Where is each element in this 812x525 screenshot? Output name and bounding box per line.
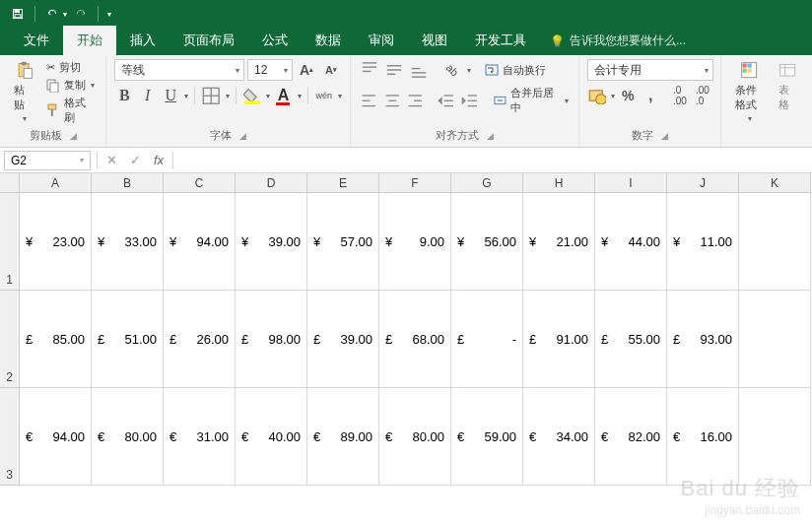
conditional-format-button[interactable]: 条件格式▾ [729,59,770,125]
align-bottom-icon[interactable] [408,59,430,81]
cell-E1[interactable]: ¥57.00 [307,193,379,291]
col-header-A[interactable]: A [20,173,92,193]
cell-H3[interactable]: €34.00 [523,388,595,486]
cell-H1[interactable]: ¥21.00 [523,193,595,291]
align-top-icon[interactable] [359,59,380,81]
tab-file[interactable]: 文件 [10,26,63,55]
table-format-button[interactable]: 表格 [773,59,804,114]
decrease-font-icon[interactable]: A▾ [320,59,342,81]
paste-button[interactable]: 粘贴▾ [8,59,41,125]
cell-I1[interactable]: ¥44.00 [595,193,667,291]
underline-button[interactable]: U [161,85,180,106]
col-header-D[interactable]: D [236,173,307,193]
col-header-K[interactable]: K [739,173,811,193]
wrap-text-button[interactable]: 自动换行 [483,62,548,79]
align-left-icon[interactable] [359,90,379,111]
col-header-H[interactable]: H [523,173,595,193]
cell-B2[interactable]: £51.00 [92,291,164,388]
orientation-button[interactable]: ab [441,59,463,81]
cell-A1[interactable]: ¥23.00 [20,193,92,291]
font-size-select[interactable]: 12 [247,59,293,81]
tab-formulas[interactable]: 公式 [248,26,302,55]
align-middle-icon[interactable] [383,59,405,81]
dialog-launcher-icon[interactable]: ◢ [487,131,494,141]
decrease-decimal-icon[interactable]: .00.0 [693,85,712,106]
fill-color-button[interactable] [242,85,262,106]
col-header-C[interactable]: C [164,173,236,193]
confirm-icon[interactable]: ✓ [123,153,147,167]
tab-review[interactable]: 审阅 [355,26,408,55]
col-header-F[interactable]: F [379,173,451,193]
select-all-corner[interactable] [0,173,20,193]
redo-icon[interactable] [69,3,93,25]
percent-icon[interactable]: % [618,85,638,106]
copy-button[interactable]: 复制▾ [44,77,98,94]
cell-D1[interactable]: ¥39.00 [236,193,307,291]
align-right-icon[interactable] [405,90,426,111]
undo-icon[interactable] [40,3,64,25]
col-header-I[interactable]: I [595,173,667,193]
cell-E2[interactable]: £39.00 [307,291,379,388]
cell-E3[interactable]: €89.00 [307,388,379,486]
tab-dev[interactable]: 开发工具 [461,26,540,55]
cell-K1[interactable] [739,193,811,291]
cell-I2[interactable]: £55.00 [595,291,667,388]
col-header-B[interactable]: B [92,173,164,193]
bold-button[interactable]: B [114,85,134,106]
row-header-2[interactable]: 2 [0,291,20,388]
cell-G2[interactable]: £- [451,291,523,388]
save-icon[interactable] [6,3,30,25]
number-format-select[interactable]: 会计专用 [587,59,713,81]
fx-icon[interactable]: fx [147,153,170,167]
cell-G1[interactable]: ¥56.00 [451,193,523,291]
cell-F2[interactable]: £68.00 [379,291,451,388]
cell-K2[interactable] [739,291,811,388]
cancel-icon[interactable]: ✕ [100,153,123,167]
cell-B1[interactable]: ¥33.00 [92,193,164,291]
align-center-icon[interactable] [382,90,403,111]
tab-layout[interactable]: 页面布局 [169,26,248,55]
increase-indent-icon[interactable] [460,90,481,111]
col-header-J[interactable]: J [667,173,739,193]
italic-button[interactable]: I [137,85,157,106]
cell-D2[interactable]: £98.00 [236,291,307,388]
cell-I3[interactable]: €82.00 [595,388,667,486]
merge-center-button[interactable]: 合并后居中▾ [492,85,571,116]
cell-F3[interactable]: €80.00 [379,388,451,486]
tab-view[interactable]: 视图 [408,26,461,55]
cell-J1[interactable]: ¥11.00 [667,193,739,291]
row-header-1[interactable]: 1 [0,193,20,291]
cell-K3[interactable] [739,388,811,486]
decrease-indent-icon[interactable] [437,90,457,111]
phonetic-button[interactable]: wén [314,85,334,106]
cell-F1[interactable]: ¥9.00 [379,193,451,291]
increase-font-icon[interactable]: A▴ [296,59,317,81]
comma-icon[interactable]: , [641,85,660,106]
formula-input[interactable] [175,151,812,170]
cut-button[interactable]: ✂剪切 [44,59,98,76]
cell-C2[interactable]: £26.00 [164,291,236,388]
qat-customize-icon[interactable]: ▾ [107,10,111,19]
dialog-launcher-icon[interactable]: ◢ [239,131,246,141]
border-button[interactable] [201,85,221,106]
accounting-format-icon[interactable] [587,85,607,106]
cell-C3[interactable]: €31.00 [164,388,236,486]
cell-J3[interactable]: €16.00 [667,388,739,486]
dialog-launcher-icon[interactable]: ◢ [661,131,668,141]
col-header-E[interactable]: E [307,173,379,193]
tab-insert[interactable]: 插入 [116,26,169,55]
dialog-launcher-icon[interactable]: ◢ [70,131,77,141]
name-box[interactable]: G2 [4,151,91,170]
cell-C1[interactable]: ¥94.00 [164,193,236,291]
cell-D3[interactable]: €40.00 [236,388,307,486]
format-painter-button[interactable]: 格式刷 [44,95,98,126]
row-header-3[interactable]: 3 [0,388,20,486]
cell-A2[interactable]: £85.00 [20,291,92,388]
cell-J2[interactable]: £93.00 [667,291,739,388]
increase-decimal-icon[interactable]: .0.00 [670,85,690,106]
cell-G3[interactable]: €59.00 [451,388,523,486]
tab-home[interactable]: 开始 [63,26,116,55]
cell-H2[interactable]: £91.00 [523,291,595,388]
tab-data[interactable]: 数据 [302,26,355,55]
cell-A3[interactable]: €94.00 [20,388,92,486]
